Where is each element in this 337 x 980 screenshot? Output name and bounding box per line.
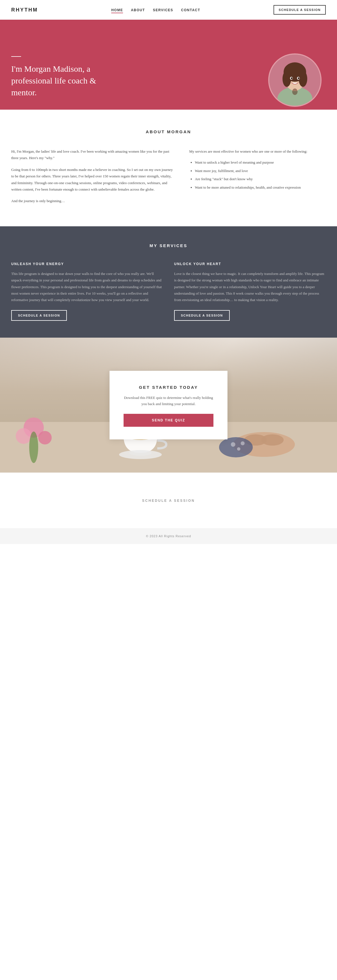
footer: © 2023 All Rights Reserved — [0, 528, 337, 544]
service-card-energy: UNLEASH YOUR ENERGY This life program is… — [11, 262, 163, 321]
svg-point-8 — [292, 89, 297, 95]
service-heart-title: UNLOCK YOUR HEART — [174, 262, 326, 266]
service-energy-description: This life program is designed to tear do… — [11, 270, 163, 303]
hero-heading: I'm Morgan Madison, a professional life … — [11, 63, 101, 99]
about-right-column: My services are most effective for women… — [189, 148, 326, 210]
about-section: ABOUT MORGAN Hi, I'm Morgan, the ladies'… — [0, 110, 337, 226]
service-heart-schedule-button[interactable]: SCHEDULE A SESSION — [174, 310, 230, 321]
svg-point-12 — [298, 77, 300, 79]
svg-point-19 — [16, 428, 32, 444]
hero-decorative-line — [11, 56, 21, 57]
schedule-link[interactable]: SCHEDULE A SESSION — [142, 499, 195, 503]
services-section: MY SERVICES UNLEASH YOUR ENERGY This lif… — [0, 226, 337, 337]
about-para-3: And the journey is only beginning… — [11, 197, 175, 204]
hero-section: I'm Morgan Madison, a professional life … — [0, 20, 337, 110]
hero-text: I'm Morgan Madison, a professional life … — [11, 56, 264, 110]
svg-point-7 — [299, 70, 307, 87]
about-list-item: Are feeling "stuck" but don't know why — [195, 176, 326, 182]
get-started-card: GET STARTED TODAY Download this FREE qui… — [109, 371, 228, 439]
nav-contact[interactable]: CONTACT — [181, 8, 200, 12]
portrait-svg — [269, 54, 320, 106]
svg-point-20 — [38, 431, 52, 444]
schedule-link-section: SCHEDULE A SESSION — [0, 473, 337, 528]
about-list-item: Want to unlock a higher level of meaning… — [195, 159, 326, 165]
service-card-heart: UNLOCK YOUR HEART Love is the closest th… — [174, 262, 326, 321]
svg-point-21 — [29, 431, 38, 463]
services-grid: UNLEASH YOUR ENERGY This life program is… — [11, 262, 326, 321]
get-started-description: Download this FREE quiz to determine wha… — [123, 395, 214, 407]
about-para-2: Going from 0 to 100mph in two short mont… — [11, 166, 175, 193]
nav-home[interactable]: HOME — [111, 8, 123, 13]
nav-services[interactable]: SERVICES — [153, 8, 173, 12]
site-logo[interactable]: RHYTHM — [11, 7, 38, 13]
nav-schedule-button[interactable]: SCHEDULE A SESSION — [274, 5, 326, 14]
about-right-intro: My services are most effective for women… — [189, 148, 326, 154]
svg-point-26 — [231, 442, 235, 447]
service-heart-description: Love is the closest thing we have to mag… — [174, 270, 326, 303]
hero-portrait — [268, 53, 321, 107]
service-energy-title: UNLEASH YOUR ENERGY — [11, 262, 163, 266]
nav-about[interactable]: ABOUT — [131, 8, 145, 12]
about-list-item: Want to be more attuned to relationships… — [195, 184, 326, 191]
services-title: MY SERVICES — [11, 243, 326, 248]
about-list: Want to unlock a higher level of meaning… — [189, 159, 326, 191]
svg-point-17 — [119, 450, 162, 459]
hero-image-container — [264, 53, 326, 110]
get-started-title: GET STARTED TODAY — [123, 385, 214, 390]
svg-point-6 — [283, 70, 291, 87]
svg-point-11 — [291, 77, 293, 79]
svg-point-24 — [261, 434, 284, 445]
about-list-item: Want more joy, fulfillment, and love — [195, 167, 326, 174]
svg-point-28 — [240, 441, 245, 445]
svg-point-25 — [219, 437, 253, 457]
footer-copyright: © 2023 All Rights Reserved — [146, 535, 191, 538]
navbar: RHYTHM HOME ABOUT SERVICES CONTACT SCHED… — [0, 0, 337, 20]
about-left-column: Hi, I'm Morgan, the ladies' life and lov… — [11, 148, 175, 210]
svg-point-27 — [237, 447, 240, 451]
about-title: ABOUT MORGAN — [11, 129, 326, 134]
service-energy-schedule-button[interactable]: SCHEDULE A SESSION — [11, 310, 67, 321]
about-para-1: Hi, I'm Morgan, the ladies' life and lov… — [11, 148, 175, 161]
about-content: Hi, I'm Morgan, the ladies' life and lov… — [11, 148, 326, 210]
nav-links: HOME ABOUT SERVICES CONTACT — [111, 7, 200, 13]
get-started-section: GET STARTED TODAY Download this FREE qui… — [0, 337, 337, 473]
send-quiz-button[interactable]: SEND THE QUIZ — [123, 414, 214, 427]
